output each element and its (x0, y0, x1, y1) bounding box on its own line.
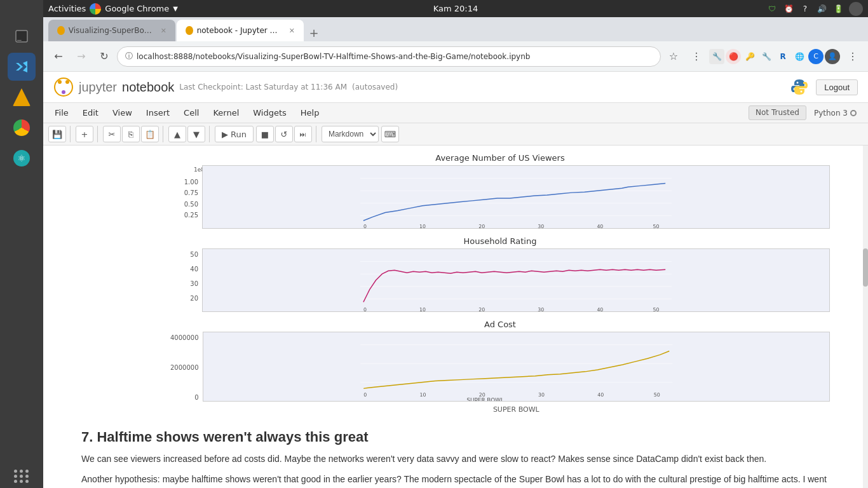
extensions-icon[interactable]: ⋮ (686, 46, 707, 67)
tab2-favicon (186, 26, 193, 35)
tab1-close[interactable]: ✕ (161, 27, 166, 35)
volume-icon[interactable]: 🔊 (816, 3, 827, 15)
nav-bar: ← → ↻ ⓘ localhost:8888/notebooks/Visuali… (43, 41, 868, 72)
terminal-icon[interactable]: _ (8, 22, 36, 50)
svg-text:50: 50 (653, 224, 660, 229)
activities-button[interactable]: Activities (48, 4, 86, 13)
edit-group: ✂ ⎘ 📋 (103, 126, 163, 142)
checkpoint-text: Last Checkpoint: Last Saturday at 11:36 … (179, 83, 347, 92)
stop-button[interactable]: ■ (256, 126, 274, 142)
profile-avatar[interactable]: 👤 (825, 49, 840, 64)
run-button[interactable]: ▶ Run (215, 126, 254, 142)
ext-icon-1[interactable]: 🔧 (709, 49, 724, 64)
chart3-y3: 0 (194, 394, 198, 401)
chart1-y1: 1.00 (184, 179, 198, 186)
forward-button[interactable]: → (71, 46, 92, 67)
trusted-badge[interactable]: Not Trusted (749, 105, 806, 120)
ext-icon-3[interactable]: 🔑 (742, 49, 757, 64)
logout-button[interactable]: Logout (816, 79, 858, 95)
new-tab-button[interactable]: + (305, 24, 323, 41)
chart3-xlabel: SUPER BOWL (203, 405, 830, 414)
menu-bar: File Edit View Insert Cell Kernel Widget… (43, 103, 868, 123)
notebook-container: jupyter notebook Last Checkpoint: Last S… (43, 72, 868, 488)
help-icon: ? (799, 3, 811, 15)
chart1-title: Average Number of US Viewers (170, 153, 830, 163)
chart2-y4: 20 (190, 295, 198, 302)
notebook-word: notebook (122, 80, 174, 95)
move-down-button[interactable]: ▼ (187, 126, 205, 142)
charts-output-cell: Average Number of US Viewers 1e8 1.00 0.… (43, 146, 868, 421)
chrome-taskbar-icon[interactable] (90, 3, 101, 15)
menu-insert[interactable]: Insert (140, 105, 176, 120)
back-button[interactable]: ← (48, 46, 69, 67)
system-tray: 🛡 ⏰ ? 🔊 🔋 (766, 2, 863, 16)
restart-button[interactable]: ↺ (275, 126, 293, 142)
ext-icon-4[interactable]: 🔧 (759, 49, 774, 64)
section7-cell: 7. Halftime shows weren't always this gr… (43, 421, 868, 488)
ext-icon-2[interactable]: 🔴 (726, 49, 741, 64)
save-group: 💾 (48, 126, 71, 142)
move-up-button[interactable]: ▲ (168, 126, 186, 142)
tab2-close[interactable]: ✕ (289, 27, 295, 35)
scrollbar-thumb[interactable] (863, 248, 868, 287)
chrome-label: Google Chrome (105, 4, 169, 13)
chrome-icon[interactable] (8, 114, 36, 142)
svg-point-8 (797, 82, 799, 84)
menu-edit[interactable]: Edit (76, 105, 105, 120)
chart3-y1: 4000000 (170, 334, 199, 341)
svg-text:_: _ (17, 32, 22, 41)
svg-text:20: 20 (478, 307, 485, 312)
section7-para1: We can see viewers increased before ad c… (81, 452, 830, 466)
scrollbar[interactable] (863, 146, 868, 488)
autosaved-text: (autosaved) (352, 83, 398, 92)
alarm-icon: ⏰ (783, 3, 794, 15)
ext-icon-6[interactable]: 🌐 (792, 49, 807, 64)
menu-file[interactable]: File (48, 105, 75, 120)
menu-kernel[interactable]: Kernel (207, 105, 245, 120)
chart3-plot: 0 10 20 30 40 50 SUPER BOWL SUPER BOWL (203, 332, 830, 414)
atom-icon[interactable]: ⚛ (8, 144, 36, 172)
browser-window: Visualizing-SuperBowl-TV... ✕ notebook -… (43, 17, 868, 488)
reload-button[interactable]: ↻ (94, 46, 114, 67)
app-grid-icon[interactable] (14, 470, 29, 483)
save-button[interactable]: 💾 (48, 126, 66, 142)
chrome-sync-icon[interactable]: C (808, 49, 824, 64)
menu-widgets[interactable]: Widgets (247, 105, 293, 120)
add-cell-button[interactable]: + (76, 126, 93, 142)
paste-button[interactable]: 📋 (141, 126, 159, 142)
menu-view[interactable]: View (106, 105, 139, 120)
tab-notebook[interactable]: notebook - Jupyter Noteb... ✕ (177, 20, 304, 41)
nav-right-icons: ☆ ⋮ 🔧 🔴 🔑 🔧 R 🌐 C 👤 ⋮ (663, 46, 863, 67)
info-icon: ⓘ (125, 51, 133, 62)
left-sidebar: _ ⚛ (0, 17, 43, 488)
dropdown-arrow[interactable]: ▼ (173, 5, 178, 12)
cell-type-select[interactable]: Markdown (322, 126, 379, 142)
svg-text:10: 10 (419, 224, 426, 229)
menu-button[interactable]: ⋮ (843, 46, 863, 67)
system-bar-left: Activities Google Chrome ▼ (48, 3, 178, 15)
execution-group: ■ ↺ ⏭ (256, 126, 316, 142)
bookmark-star[interactable]: ☆ (663, 46, 684, 67)
svg-text:50: 50 (653, 392, 660, 398)
tab-visualizing[interactable]: Visualizing-SuperBowl-TV... ✕ (48, 20, 175, 41)
tab2-label: notebook - Jupyter Noteb... (197, 26, 283, 35)
svg-point-5 (58, 80, 62, 84)
copy-button[interactable]: ⎘ (122, 126, 140, 142)
restart-run-button[interactable]: ⏭ (294, 126, 312, 142)
cut-button[interactable]: ✂ (103, 126, 121, 142)
vscode-icon[interactable] (8, 53, 36, 81)
jupyter-brand: jupyter notebook Last Checkpoint: Last S… (53, 77, 398, 97)
svg-text:40: 40 (597, 392, 604, 398)
chart2-plot: 0 10 20 30 40 50 (202, 248, 830, 315)
menu-help[interactable]: Help (294, 105, 326, 120)
svg-text:10: 10 (419, 307, 426, 312)
svg-text:30: 30 (538, 392, 545, 398)
system-time: Kam 20:14 (433, 4, 478, 13)
menu-cell[interactable]: Cell (177, 105, 205, 120)
ext-icon-5[interactable]: R (775, 49, 790, 64)
user-avatar[interactable] (849, 2, 863, 16)
section7-para2: Another hypothesis: maybe halftime shows… (81, 472, 830, 488)
vlc-icon[interactable] (8, 83, 36, 111)
keyboard-shortcuts-button[interactable]: ⌨ (381, 126, 399, 142)
address-bar[interactable]: ⓘ localhost:8888/notebooks/Visualizing-S… (117, 46, 661, 67)
